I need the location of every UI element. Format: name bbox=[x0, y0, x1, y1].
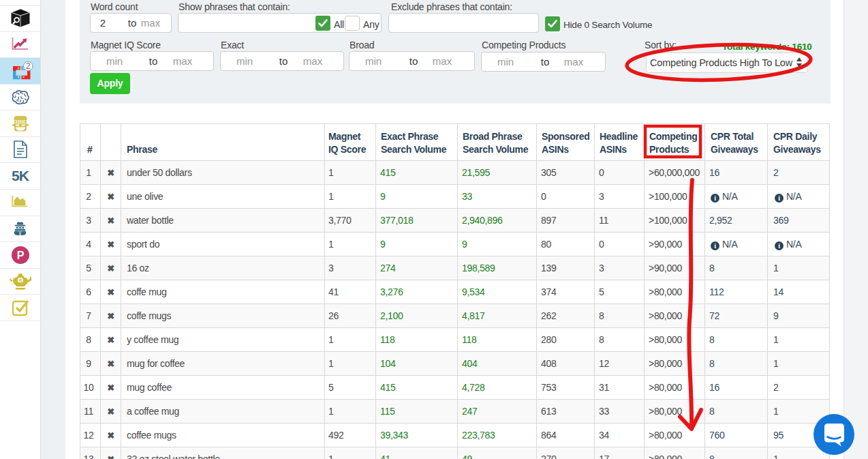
svg-text:$: $ bbox=[18, 278, 22, 284]
svg-text:2: 2 bbox=[25, 61, 30, 71]
svg-text:P: P bbox=[16, 249, 24, 261]
